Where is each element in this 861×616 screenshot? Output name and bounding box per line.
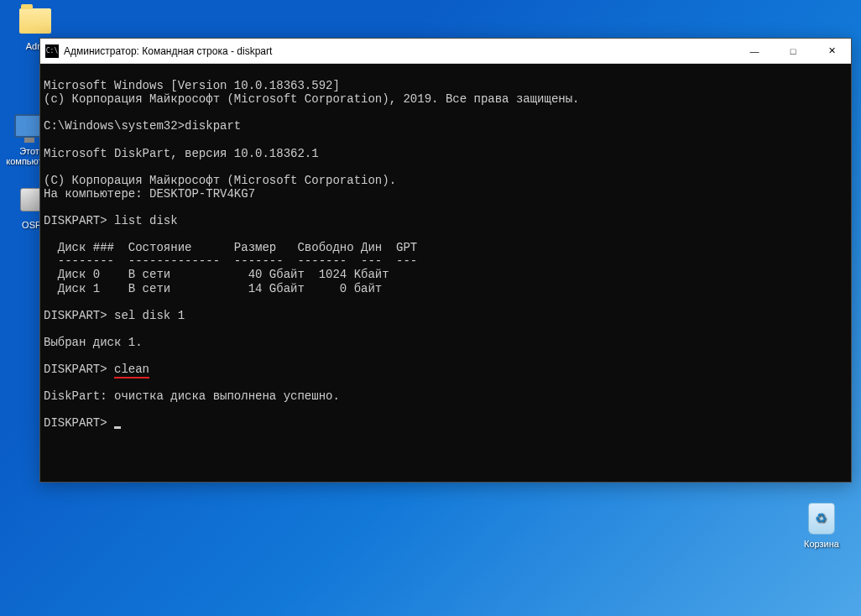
maximize-button[interactable]: □ xyxy=(774,39,812,63)
cmd-icon: C:\ xyxy=(45,44,59,58)
terminal-prompt: DISKPART> clean xyxy=(44,363,149,378)
desktop-icon-label: Корзина xyxy=(796,539,847,549)
window-controls: — □ ✕ xyxy=(735,39,851,63)
clean-command-highlighted: clean xyxy=(114,363,149,378)
recycle-bin-icon xyxy=(805,502,838,535)
table-header: Диск ### Состояние Размер Свободно Дин G… xyxy=(44,241,417,254)
table-row: Диск 0 В сети 40 Gбайт 1024 Kбайт xyxy=(44,268,389,281)
terminal-prompt: DISKPART> list disk xyxy=(44,214,178,227)
terminal-line: DiskPart: очистка диска выполнена успешн… xyxy=(44,389,340,403)
terminal-prompt: C:\Windows\system32>diskpart xyxy=(44,119,241,133)
window-title: Администратор: Командная строка - diskpa… xyxy=(64,45,735,57)
command-prompt-window: C:\ Администратор: Командная строка - di… xyxy=(39,38,852,483)
table-divider: -------- ------------- ------- ------- -… xyxy=(44,254,417,268)
desktop-icon-recycle-bin[interactable]: Корзина xyxy=(796,502,847,549)
terminal-prompt: DISKPART> sel disk 1 xyxy=(44,309,185,322)
terminal-line: (C) Корпорация Майкрософт (Microsoft Cor… xyxy=(44,174,396,187)
terminal-line: На компьютере: DESKTOP-TRV4KG7 xyxy=(44,187,255,201)
terminal-line: (c) Корпорация Майкрософт (Microsoft Cor… xyxy=(44,92,580,106)
terminal-prompt: DISKPART> xyxy=(44,416,121,430)
terminal-line: Microsoft Windows [Version 10.0.18363.59… xyxy=(44,79,340,92)
folder-icon xyxy=(18,4,52,38)
cursor-icon xyxy=(114,426,121,429)
close-button[interactable]: ✕ xyxy=(812,39,851,63)
minimize-button[interactable]: — xyxy=(735,39,774,63)
table-row: Диск 1 В сети 14 Gбайт 0 байт xyxy=(44,282,382,295)
terminal-line: Microsoft DiskPart, версия 10.0.18362.1 xyxy=(44,147,319,160)
terminal-output[interactable]: Microsoft Windows [Version 10.0.18363.59… xyxy=(40,64,851,482)
terminal-line: Выбран диск 1. xyxy=(44,336,143,349)
titlebar[interactable]: C:\ Администратор: Командная строка - di… xyxy=(40,39,851,64)
